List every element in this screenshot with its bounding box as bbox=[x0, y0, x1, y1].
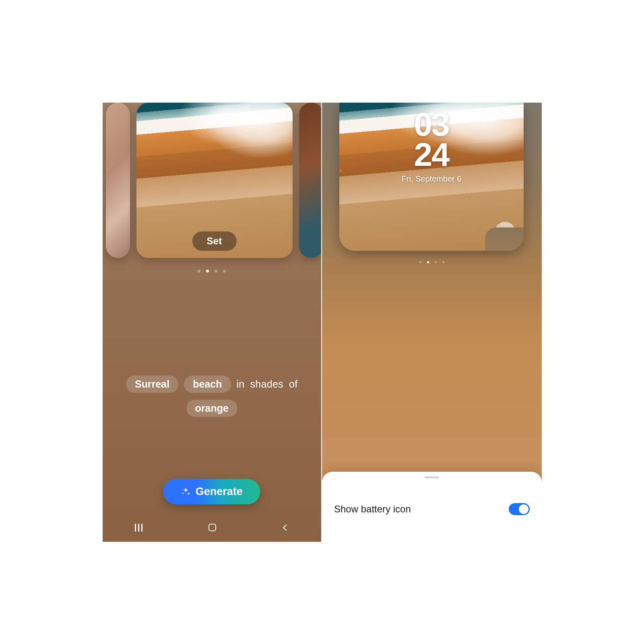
prompt-chip-style[interactable]: Surreal bbox=[126, 376, 178, 393]
lockscreen-preview-card[interactable]: 03 24 Fri, September 6 bbox=[339, 103, 524, 251]
nav-recents-button[interactable] bbox=[135, 524, 144, 532]
prompt-chip-subject[interactable]: beach bbox=[184, 376, 231, 393]
prompt-word: of bbox=[289, 378, 297, 390]
prompt-chip-color[interactable]: orange bbox=[186, 400, 237, 417]
wallpaper-carousel[interactable]: Set bbox=[103, 103, 322, 258]
lockscreen-editor-screen: 03 24 Fri, September 6 Show battery icon bbox=[322, 103, 542, 542]
carousel-card-prev[interactable] bbox=[106, 103, 130, 258]
wallpaper-generator-screen: Set Surreal beach in shades of orange Ge… bbox=[103, 103, 322, 542]
prompt-row-1: Surreal beach in shades of bbox=[103, 376, 322, 393]
carousel-page-indicator bbox=[103, 270, 322, 272]
clock-hours: 03 bbox=[414, 109, 449, 139]
prompt-word: in bbox=[237, 378, 245, 390]
lockscreen-page-indicator bbox=[322, 261, 542, 263]
battery-icon-toggle[interactable] bbox=[509, 503, 530, 515]
nav-back-button[interactable] bbox=[281, 524, 289, 532]
bottom-sheet[interactable]: Show battery icon bbox=[322, 472, 542, 542]
clock-date: Fri, September 6 bbox=[402, 175, 462, 182]
option-row: Show battery icon bbox=[334, 503, 530, 515]
prompt-word: shades bbox=[250, 378, 283, 390]
prompt-row-2: orange bbox=[103, 400, 322, 417]
sparkle-icon bbox=[181, 487, 191, 496]
clock-minutes: 24 bbox=[414, 139, 449, 169]
carousel-card-next[interactable] bbox=[299, 103, 322, 258]
android-nav-bar bbox=[103, 519, 322, 536]
set-wallpaper-button[interactable]: Set bbox=[192, 231, 236, 251]
option-label: Show battery icon bbox=[334, 504, 411, 515]
nav-home-button[interactable] bbox=[208, 524, 216, 531]
sheet-grab-handle[interactable] bbox=[425, 477, 439, 478]
carousel-card-current[interactable]: Set bbox=[136, 103, 293, 258]
lockscreen-clock[interactable]: 03 24 Fri, September 6 bbox=[339, 109, 524, 183]
generate-button-label: Generate bbox=[196, 485, 243, 498]
privacy-indicator-dot bbox=[339, 169, 342, 172]
generate-button[interactable]: Generate bbox=[163, 479, 260, 504]
